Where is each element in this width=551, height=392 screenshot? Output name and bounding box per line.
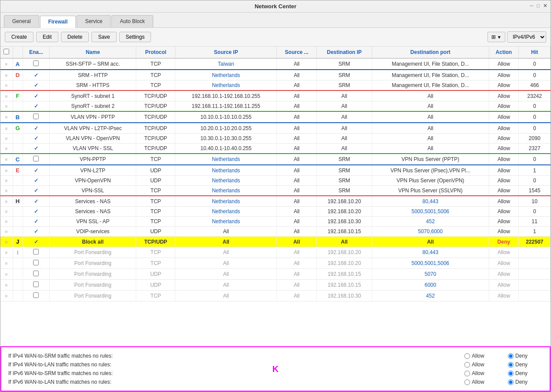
table-row[interactable]: ≡F✓SynoRT - subnet 1TCP/UDP192.168.10.1-… (0, 90, 551, 101)
delete-button[interactable]: Delete (61, 32, 89, 42)
table-row[interactable]: ≡CVPN-PPTPTCPNetherlandsAllSRMVPN Plus S… (0, 154, 551, 165)
row-checkbox-cell[interactable] (23, 291, 50, 302)
drag-handle[interactable]: ≡ (0, 280, 13, 291)
table-row[interactable]: ≡✓VOIP-servicesUDPAllAll192.168.10.15507… (0, 227, 551, 237)
select-all-checkbox[interactable] (3, 49, 9, 54)
footer-allow-radio[interactable]: Allow (464, 362, 499, 368)
row-checkbox-cell[interactable] (23, 258, 50, 269)
view-icon-button[interactable]: ⊞ ▼ (487, 32, 505, 42)
table-row[interactable]: ≡BVLAN VPN - PPTPTCP/UDP10.10.0.1-10.10.… (0, 111, 551, 123)
row-checkbox-cell[interactable]: ✓ (23, 227, 50, 237)
table-row[interactable]: ≡IPort ForwardingTCPAllAll192.168.10.208… (0, 247, 551, 258)
drag-handle[interactable]: ≡ (0, 144, 13, 154)
table-row[interactable]: ≡G✓VLAN VPN - L2TP-IPsecTCP/UDP10.20.0.1… (0, 123, 551, 134)
row-checkbox[interactable] (33, 114, 39, 119)
table-row[interactable]: ≡Port ForwardingUDPAllAll192.168.10.1560… (0, 280, 551, 291)
drag-handle[interactable]: ≡ (0, 291, 13, 302)
drag-handle[interactable]: ≡ (0, 227, 13, 237)
table-row[interactable]: ≡J✓Block allTCP/UDPAllAllAllAllDeny22250… (0, 237, 551, 247)
row-checkbox-cell[interactable]: ✓ (23, 237, 50, 247)
row-checkbox-cell[interactable]: ✓ (23, 165, 50, 176)
tab-firewall[interactable]: Firewall (40, 16, 76, 28)
table-row[interactable]: ≡✓SynoRT - subnet 2TCP/UDP192.168.11.1-1… (0, 101, 551, 112)
row-checkbox-cell[interactable]: ✓ (23, 217, 50, 227)
footer-deny-radio[interactable]: Deny (508, 362, 543, 368)
tab-autoblock[interactable]: Auto Block (111, 15, 153, 27)
row-checkbox-cell[interactable]: ✓ (23, 90, 50, 101)
drag-handle[interactable]: ≡ (0, 258, 13, 269)
table-row[interactable]: ≡ASSH-SFTP – SRM acc.TCPTaiwanAllSRMMana… (0, 58, 551, 70)
drag-handle[interactable]: ≡ (0, 207, 13, 217)
table-row[interactable]: ≡✓SRM - HTTPSTCPNetherlandsAllSRMManagem… (0, 80, 551, 91)
restore-button[interactable]: □ (537, 3, 540, 9)
drag-handle[interactable]: ≡ (0, 196, 13, 207)
row-checkbox-cell[interactable]: ✓ (23, 186, 50, 196)
row-checkbox-cell[interactable] (23, 58, 50, 70)
tab-service[interactable]: Service (77, 15, 111, 27)
footer-allow-radio[interactable]: Allow (464, 370, 499, 376)
row-checkbox-cell[interactable] (23, 247, 50, 258)
save-button[interactable]: Save (91, 32, 116, 42)
drag-handle[interactable]: ≡ (0, 237, 13, 247)
row-checkbox-cell[interactable]: ✓ (23, 70, 50, 80)
row-checkbox[interactable] (33, 60, 39, 66)
row-checkbox-cell[interactable]: ✓ (23, 196, 50, 207)
row-checkbox-cell[interactable]: ✓ (23, 80, 50, 91)
drag-handle[interactable]: ≡ (0, 58, 13, 70)
table-row[interactable]: ≡✓VPN SSL - APTCPNetherlandsAll192.168.1… (0, 217, 551, 227)
drag-handle[interactable]: ≡ (0, 247, 13, 258)
row-checkbox[interactable] (33, 281, 39, 287)
row-checkbox-cell[interactable]: ✓ (23, 207, 50, 217)
drag-handle[interactable]: ≡ (0, 70, 13, 80)
drag-handle[interactable]: ≡ (0, 217, 13, 227)
footer-deny-radio[interactable]: Deny (508, 379, 543, 385)
row-checkbox-cell[interactable] (23, 280, 50, 291)
row-checkbox[interactable] (33, 292, 39, 298)
drag-handle[interactable]: ≡ (0, 90, 13, 101)
row-checkbox-cell[interactable]: ✓ (23, 123, 50, 134)
table-row[interactable]: ≡H✓Services - NASTCPNetherlandsAll192.16… (0, 196, 551, 207)
table-row[interactable]: ≡✓Services - NASTCPNetherlandsAll192.168… (0, 207, 551, 217)
create-button[interactable]: Create (5, 32, 34, 42)
footer-deny-radio[interactable]: Deny (508, 370, 543, 376)
table-row[interactable]: ≡✓VLAN VPN - OpenVPNTCP/UDP10.30.0.1-10.… (0, 134, 551, 144)
row-checkbox-cell[interactable]: ✓ (23, 101, 50, 112)
row-checkbox-cell[interactable]: ✓ (23, 144, 50, 154)
drag-handle[interactable]: ≡ (0, 176, 13, 186)
drag-handle[interactable]: ≡ (0, 154, 13, 165)
drag-handle[interactable]: ≡ (0, 165, 13, 176)
tab-general[interactable]: General (4, 15, 39, 27)
minimize-button[interactable]: ─ (530, 3, 534, 9)
row-checkbox-cell[interactable] (23, 154, 50, 165)
drag-handle[interactable]: ≡ (0, 269, 13, 280)
table-row[interactable]: ≡✓VPN-SSLTCPNetherlandsAllSRMVPN Plus Se… (0, 186, 551, 196)
table-row[interactable]: ≡Port ForwardingTCPAllAll192.168.10.2050… (0, 258, 551, 269)
close-button[interactable]: ✕ (543, 3, 547, 9)
row-checkbox[interactable] (33, 249, 39, 255)
table-row[interactable]: ≡D✓SRM - HTTPTCPNetherlandsAllSRMManagem… (0, 70, 551, 80)
table-row[interactable]: ≡Port ForwardingUDPAllAll192.168.10.1550… (0, 269, 551, 280)
row-checkbox-cell[interactable]: ✓ (23, 176, 50, 186)
ip-version-select[interactable]: IPv4/IPv6 IPv4 IPv6 (507, 31, 546, 43)
drag-handle[interactable]: ≡ (0, 186, 13, 196)
edit-button[interactable]: Edit (36, 32, 58, 42)
table-row[interactable]: ≡Port ForwardingTCPAllAll192.168.10.3045… (0, 291, 551, 302)
table-row[interactable]: ≡✓VPN-OpenVPNUDPNetherlandsAllSRMVPN Plu… (0, 176, 551, 186)
drag-handle[interactable]: ≡ (0, 134, 13, 144)
drag-handle[interactable]: ≡ (0, 111, 13, 123)
footer-deny-radio[interactable]: Deny (508, 353, 543, 359)
row-checkbox-cell[interactable] (23, 111, 50, 123)
footer-allow-radio[interactable]: Allow (464, 353, 499, 359)
drag-handle[interactable]: ≡ (0, 123, 13, 134)
table-row[interactable]: ≡✓VLAN VPN - SSLTCP/UDP10.40.0.1-10.40.0… (0, 144, 551, 154)
row-checkbox[interactable] (33, 271, 39, 276)
row-checkbox[interactable] (33, 260, 39, 265)
table-row[interactable]: ≡E✓VPN-L2TPUDPNetherlandsAllSRMVPN Plus … (0, 165, 551, 176)
settings-button[interactable]: Settings (119, 32, 151, 42)
drag-handle[interactable]: ≡ (0, 101, 13, 112)
drag-handle[interactable]: ≡ (0, 80, 13, 91)
row-checkbox[interactable] (33, 156, 39, 161)
row-checkbox-cell[interactable]: ✓ (23, 134, 50, 144)
footer-allow-radio[interactable]: Allow (464, 379, 499, 385)
row-checkbox-cell[interactable] (23, 269, 50, 280)
